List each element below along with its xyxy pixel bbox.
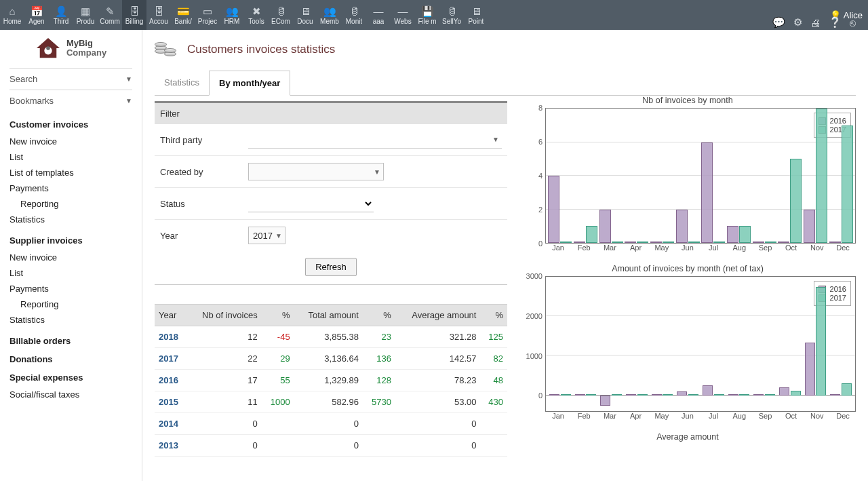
nav-third[interactable]: 👤 Third <box>49 0 73 30</box>
year-link[interactable]: 2016 <box>155 370 187 391</box>
bug-icon[interactable]: ⚙ <box>793 16 802 28</box>
help-icon[interactable]: ❔ <box>829 16 842 28</box>
sidebar-item[interactable]: Statistics <box>9 312 132 328</box>
cell: 3,136.64 <box>294 348 363 370</box>
nav-point[interactable]: 🖥 Point <box>464 0 488 30</box>
bar <box>663 394 673 396</box>
cell: 142.57 <box>395 348 481 370</box>
year-link[interactable]: 2015 <box>155 391 187 413</box>
nav-docu[interactable]: 🖥 Docu <box>293 0 317 30</box>
nav-monit[interactable]: 🛢 Monit <box>342 0 366 30</box>
nav-sellyo[interactable]: 🛢 SellYo <box>439 0 464 30</box>
sidebar-section[interactable]: Billable orders <box>9 336 132 346</box>
sidebar-item[interactable]: Payments <box>9 180 132 196</box>
nav-icon: 🗄 <box>130 5 140 18</box>
year-link[interactable]: 2014 <box>155 413 187 435</box>
sidebar-subitem[interactable]: Reporting <box>9 296 132 312</box>
cell: 128 <box>363 370 395 391</box>
bar <box>548 176 559 243</box>
bar <box>791 391 801 396</box>
nav-bank/[interactable]: 💳 Bank/ <box>171 0 195 30</box>
tab-statistics[interactable]: Statistics <box>155 71 209 95</box>
print-icon[interactable]: 🖨 <box>810 17 821 28</box>
sidebar-item[interactable]: List <box>9 149 132 165</box>
sidebar-section[interactable]: Donations <box>9 354 132 364</box>
cell <box>363 435 395 457</box>
cell: 3,855.38 <box>294 326 363 348</box>
cell: 0 <box>187 413 262 435</box>
cell <box>262 413 294 435</box>
nav-icon: 💾 <box>421 5 434 18</box>
table-row: 201617551,329.8912878.2348 <box>155 370 507 391</box>
nav-home[interactable]: ⌂ Home <box>0 0 24 30</box>
sidebar-item[interactable]: Statistics <box>9 212 132 227</box>
sidebar-section[interactable]: Customer invoices <box>9 119 132 130</box>
bar <box>713 242 725 243</box>
tab-by-month-year[interactable]: By month/year <box>209 71 290 96</box>
refresh-button[interactable]: Refresh <box>305 258 357 276</box>
nav-icon: 👥 <box>323 5 336 18</box>
nav-tools[interactable]: ✖ Tools <box>244 0 269 30</box>
sidebar-item[interactable]: Payments <box>9 281 132 296</box>
nav-ecom[interactable]: 🛢 ECom <box>269 0 293 30</box>
nav-agen[interactable]: 📅 Agen <box>24 0 49 30</box>
sidebar-subitem[interactable]: Reporting <box>9 196 132 212</box>
sidebar-item[interactable]: New invoice <box>9 250 132 265</box>
cell: 0 <box>294 435 363 457</box>
bar <box>779 387 789 396</box>
createdby-select[interactable]: ▼ <box>248 163 384 180</box>
nav-comm[interactable]: ✎ Comm <box>98 0 122 30</box>
sidebar-item[interactable]: New invoice <box>9 134 132 149</box>
table-header: Year <box>155 305 187 326</box>
status-select[interactable] <box>248 195 374 212</box>
nav-icon: 🛢 <box>276 5 286 18</box>
table-row: 201722293,136.64136142.5782 <box>155 348 507 370</box>
nav-memb[interactable]: 👥 Memb <box>317 0 342 30</box>
nav-billing[interactable]: 🗄 Billing <box>122 0 146 30</box>
year-link[interactable]: 2013 <box>155 435 187 457</box>
thirdparty-select[interactable]: ▼ <box>248 131 502 149</box>
table-header: % <box>363 305 395 326</box>
year-select[interactable]: 2017 ▼ <box>248 227 285 244</box>
table-row: 2014000 <box>155 413 507 435</box>
bar <box>574 242 585 243</box>
bar <box>663 242 674 243</box>
nav-icon: ▭ <box>203 5 212 18</box>
filter-heading: Filter <box>155 103 507 124</box>
sidebar-section[interactable]: Supplier invoices <box>9 235 132 246</box>
nav-label: Point <box>469 18 484 25</box>
bar <box>600 396 610 406</box>
chevron-down-icon: ▼ <box>125 97 132 104</box>
main-panel: Customers invoices statistics Statistics… <box>142 30 868 481</box>
logout-icon[interactable]: ⎋ <box>850 17 856 28</box>
nav-aaa[interactable]: — aaa <box>366 0 391 30</box>
top-nav: ⌂ Home📅 Agen👤 Third▦ Produ✎ Comm🗄 Billin… <box>0 0 868 30</box>
cell: 53.00 <box>395 391 481 413</box>
chevron-down-icon: ▼ <box>374 168 380 176</box>
chart1-title: Nb of invoices by month <box>519 96 856 105</box>
chat-icon[interactable]: 💬 <box>772 16 785 28</box>
nav-hrm[interactable]: 👥 HRM <box>220 0 244 30</box>
year-link[interactable]: 2017 <box>155 348 187 370</box>
search-toggle[interactable]: Search ▼ <box>9 68 132 90</box>
bar <box>714 394 724 396</box>
cell: 125 <box>480 326 507 348</box>
nav-projec[interactable]: ▭ Projec <box>195 0 220 30</box>
nav-webs[interactable]: — Webs <box>391 0 415 30</box>
sidebar-item[interactable]: Social/fiscal taxes <box>9 387 132 402</box>
year-link[interactable]: 2018 <box>155 326 187 348</box>
bookmarks-toggle[interactable]: Bookmarks ▼ <box>9 90 132 111</box>
nav-icon: ⌂ <box>9 5 15 18</box>
bar <box>790 159 802 243</box>
sidebar-section[interactable]: Special expenses <box>9 372 132 383</box>
cell: 582.96 <box>294 391 363 413</box>
bar <box>765 394 775 396</box>
sidebar-item[interactable]: List <box>9 265 132 281</box>
nav-file m[interactable]: 💾 File m <box>415 0 439 30</box>
bar <box>676 210 688 244</box>
logo[interactable]: MyBig Company <box>9 37 132 60</box>
nav-accou[interactable]: 🗄 Accou <box>146 0 171 30</box>
cell: 136 <box>363 348 395 370</box>
nav-produ[interactable]: ▦ Produ <box>73 0 98 30</box>
sidebar-item[interactable]: List of templates <box>9 165 132 180</box>
